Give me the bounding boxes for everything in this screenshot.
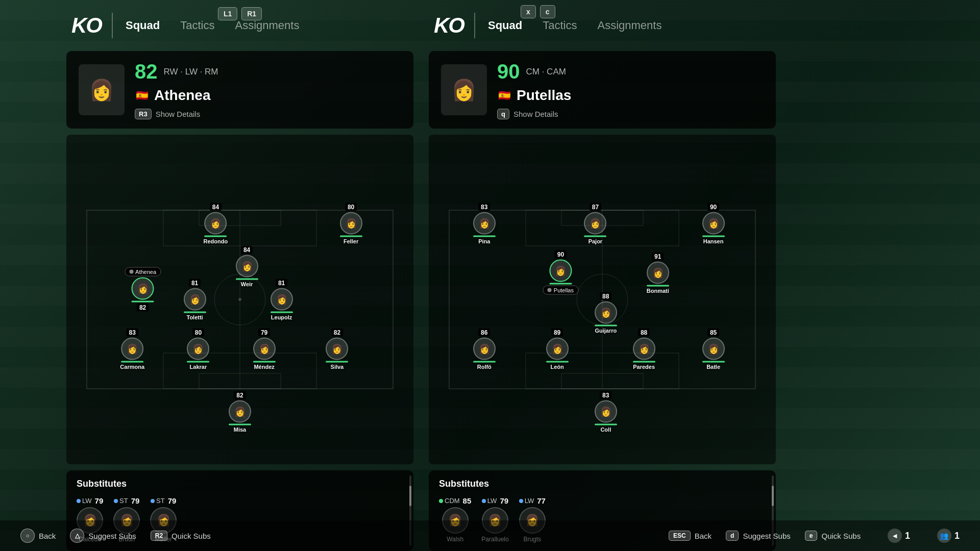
right-pina-name: Pina	[478, 238, 490, 244]
right-suggest-subs-action[interactable]: d Suggest Subs	[726, 531, 791, 541]
left-moller-dot	[151, 499, 155, 503]
left-player-misa[interactable]: 82 👩 Misa	[229, 391, 251, 432]
left-silva-rating: 82	[331, 328, 343, 336]
right-logo: KO	[434, 13, 464, 38]
left-suggest-subs-action[interactable]: △ Suggest Subs	[70, 529, 136, 543]
right-brugts-pos-rating: LW 77	[519, 496, 546, 505]
right-putellas-label: Putellas	[543, 286, 578, 295]
right-tab-squad[interactable]: Squad	[488, 19, 522, 32]
left-player-athenea[interactable]: Athenea 👩 82	[125, 267, 161, 312]
right-player-avatar: 👩	[441, 64, 487, 115]
right-show-details[interactable]: q Show Details	[497, 109, 764, 119]
left-feller-rating: 80	[345, 203, 357, 211]
left-player-silva[interactable]: 82 👩 Silva	[326, 328, 348, 369]
left-player-rating: 82	[135, 60, 158, 83]
right-logo-divider	[474, 13, 475, 38]
x-button[interactable]: x	[521, 5, 536, 18]
right-bottom-actions: ESC Back d Suggest Subs e Quick Subs ◄ 1…	[311, 529, 960, 543]
right-pajor-face: 👩	[584, 212, 606, 235]
right-coll-rating: 83	[600, 391, 611, 399]
left-caicedo-rating: 79	[95, 496, 104, 505]
right-pajor-rating: 87	[590, 203, 601, 211]
left-quick-subs-action[interactable]: R2 Quick Subs	[151, 531, 211, 541]
right-guijarro-face: 👩	[595, 301, 617, 323]
right-panel: x c KO Squad Tactics Assignments 👩 90 CM…	[429, 0, 776, 551]
right-player-leon[interactable]: 89 👩 León	[546, 328, 569, 369]
right-player-name: Putellas	[517, 87, 571, 104]
left-player-mendez[interactable]: 79 👩 Méndez	[253, 328, 276, 369]
back-circle-icon: ○	[20, 529, 35, 543]
left-back-action[interactable]: ○ Back	[20, 529, 56, 543]
left-player-weir[interactable]: 84 👩 Weir	[236, 246, 258, 287]
left-weir-face: 👩	[236, 255, 258, 278]
right-paralluelo-pos-label: LW	[487, 497, 497, 505]
left-player-carmona[interactable]: 83 👩 Carmona	[120, 328, 144, 369]
left-bruun-dot	[114, 499, 118, 503]
left-show-details-key: R3	[135, 109, 152, 119]
l1-button[interactable]: L1	[218, 7, 237, 20]
left-athenea-face: 👩	[132, 277, 154, 299]
right-guijarro-rating: 88	[600, 292, 611, 300]
right-player-rolfo[interactable]: 86 👩 Rolfö	[473, 328, 496, 369]
c-button[interactable]: c	[540, 5, 555, 18]
left-panel: L1 R1 KO Squad Tactics Assignments 👩 82 …	[66, 0, 413, 551]
right-player-putellas[interactable]: 90 👩 Putellas	[543, 251, 578, 296]
right-quick-subs-action[interactable]: e Quick Subs	[805, 531, 861, 541]
right-rating-row: 90 CM · CAM	[497, 60, 764, 83]
right-show-details-label: Show Details	[513, 110, 558, 118]
left-show-details[interactable]: R3 Show Details	[135, 109, 401, 119]
left-player-redondo[interactable]: 84 👩 Redondo	[204, 203, 228, 244]
d-key-icon: d	[726, 531, 739, 541]
left-tab-assignments[interactable]: Assignments	[235, 19, 299, 32]
left-feller-bar	[340, 236, 362, 237]
left-lakrar-rating: 80	[192, 328, 204, 336]
right-tab-tactics[interactable]: Tactics	[543, 19, 577, 32]
bottom-bar: ○ Back △ Suggest Subs R2 Quick Subs ESC …	[0, 520, 980, 551]
left-player-lakrar[interactable]: 80 👩 Lakrar	[187, 328, 209, 369]
right-player-batle[interactable]: 85 👩 Batle	[702, 328, 725, 369]
left-athenea-label: Athenea	[125, 267, 161, 276]
right-guijarro-name: Guijarro	[595, 327, 617, 333]
right-paredes-bar	[633, 361, 655, 362]
left-logo: KO	[71, 13, 102, 38]
right-hansen-face: 👩	[702, 212, 725, 235]
right-player-hansen[interactable]: 90 👩 Hansen	[702, 203, 725, 244]
main-layout: L1 R1 KO Squad Tactics Assignments 👩 82 …	[0, 0, 980, 551]
right-brugts-pos-label: LW	[525, 497, 534, 505]
right-player-coll[interactable]: 83 👩 Coll	[595, 391, 617, 432]
right-player-paredes[interactable]: 88 👩 Paredes	[633, 328, 655, 369]
right-leon-rating: 89	[551, 328, 563, 336]
left-mendez-face: 👩	[253, 337, 276, 360]
right-putellas-rating: 90	[555, 251, 567, 259]
left-carmona-bar	[121, 361, 143, 362]
right-player-guijarro[interactable]: 88 👩 Guijarro	[595, 292, 617, 333]
left-player-feller[interactable]: 80 👩 Feller	[340, 203, 362, 244]
right-subs-title: Substitutes	[439, 479, 766, 489]
left-ctrl-top: L1 R1	[218, 7, 262, 20]
right-hansen-bar	[702, 236, 725, 237]
left-tab-squad[interactable]: Squad	[126, 19, 160, 32]
left-player-toletti[interactable]: 81 👩 Toletti	[184, 279, 206, 320]
right-player-pina[interactable]: 83 👩 Pina	[473, 203, 496, 244]
left-pitch: Athenea 👩 82 84 👩 Redondo 80 👩 Feller	[66, 135, 413, 464]
left-player-info: 82 RW · LW · RM 🇪🇸 Athenea R3 Show Detai…	[135, 60, 401, 119]
left-toletti-bar	[184, 312, 206, 313]
left-player-leupolz[interactable]: 81 👩 Leupolz	[271, 279, 293, 320]
right-coll-bar	[595, 423, 617, 425]
right-back-action[interactable]: ESC Back	[669, 531, 712, 541]
left-moller-rating: 79	[168, 496, 177, 505]
right-player-card: 👩 90 CM · CAM 🇪🇸 Putellas q Show Details	[429, 51, 776, 129]
score-right-num: 1	[954, 531, 960, 541]
right-brugts-dot	[519, 499, 523, 503]
right-player-pajor[interactable]: 87 👩 Pajor	[584, 203, 606, 244]
right-player-bonmati[interactable]: 91 👩 Bonmatí	[647, 253, 669, 294]
right-tab-assignments[interactable]: Assignments	[597, 19, 662, 32]
left-mendez-bar	[253, 361, 276, 362]
left-tab-tactics[interactable]: Tactics	[180, 19, 214, 32]
left-redondo-rating: 84	[210, 203, 222, 211]
left-leupolz-rating: 81	[276, 279, 287, 287]
left-redondo-bar	[204, 236, 227, 237]
left-quick-subs-label: Quick Subs	[172, 532, 211, 540]
right-pina-rating: 83	[478, 203, 490, 211]
r1-button[interactable]: R1	[241, 7, 262, 20]
